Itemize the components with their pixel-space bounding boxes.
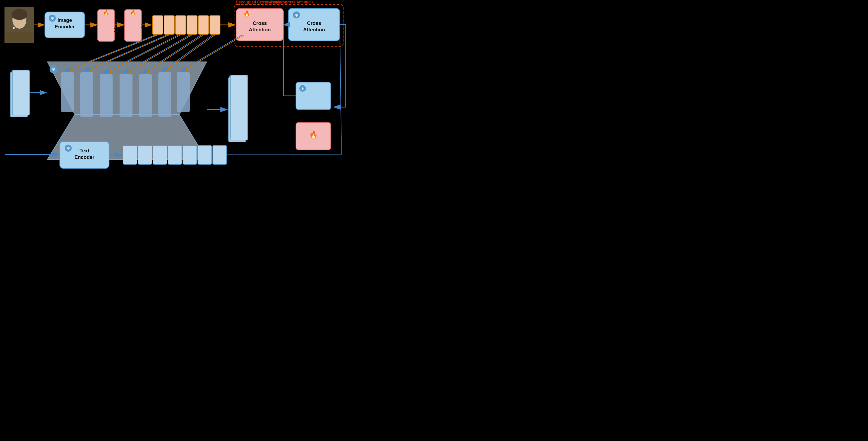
decoupled-cross-attention-label: Decoupled Cross-Attention [265,0,313,4]
svg-text:❄: ❄ [295,13,298,18]
svg-text:🔥: 🔥 [309,130,318,139]
svg-text:❄: ❄ [301,87,304,91]
cross-attention-fire: 🔥 Cross Attention [236,8,283,41]
svg-rect-23 [164,15,174,34]
svg-rect-24 [175,15,186,34]
output-tensor [229,75,248,142]
svg-rect-97 [183,146,197,164]
svg-text:Text: Text [80,148,89,153]
svg-text:🔥: 🔥 [243,10,250,17]
svg-text:Cross: Cross [307,21,321,26]
svg-rect-6 [5,32,33,42]
image-encoder-box: ❄ Image Encoder [45,12,85,38]
svg-text:LN: LN [141,23,146,28]
svg-text:Image: Image [58,18,72,23]
svg-rect-75 [230,75,248,140]
svg-text:🔥: 🔥 [103,10,109,16]
trainable-small-box: 🔥 [296,123,331,150]
svg-text:Linear: Linear [114,19,119,32]
svg-text:Attention: Attention [249,27,271,32]
cross-attention-snow: ❄ Cross Attention [288,8,340,41]
svg-rect-94 [138,146,152,164]
svg-text:Encoder: Encoder [74,154,94,160]
svg-text:Attention: Attention [303,27,325,32]
text-encoder-box: ❄ Text Encoder [60,141,109,168]
svg-point-4 [11,9,27,20]
svg-rect-54 [100,74,113,117]
svg-rect-96 [168,146,182,164]
svg-rect-58 [177,72,190,112]
svg-rect-95 [153,146,167,164]
input-tensor [10,70,29,117]
svg-rect-53 [80,72,93,117]
svg-rect-25 [187,15,197,34]
svg-text:Cross: Cross [253,21,267,26]
text-tokens [123,146,227,164]
svg-rect-56 [139,74,152,117]
svg-rect-41 [12,70,29,115]
frozen-small-box: ❄ [296,82,331,109]
svg-rect-98 [198,146,212,164]
portrait-image [4,7,34,43]
svg-rect-55 [120,74,132,117]
svg-rect-52 [61,72,74,112]
svg-rect-22 [152,15,163,34]
svg-text:Encoder: Encoder [55,24,75,29]
svg-rect-26 [198,15,209,34]
svg-rect-57 [158,72,172,117]
svg-text:🔥: 🔥 [130,10,136,16]
svg-rect-99 [213,146,227,164]
svg-rect-93 [123,146,137,164]
svg-point-5 [13,27,15,29]
svg-text:❄: ❄ [51,16,54,21]
svg-text:❄: ❄ [52,67,56,72]
svg-text:❄: ❄ [67,146,70,150]
svg-rect-27 [210,15,220,34]
architecture-diagram: ❄ Image Encoder 🔥 Linear 🔥 LN Decoupled … [0,0,349,177]
